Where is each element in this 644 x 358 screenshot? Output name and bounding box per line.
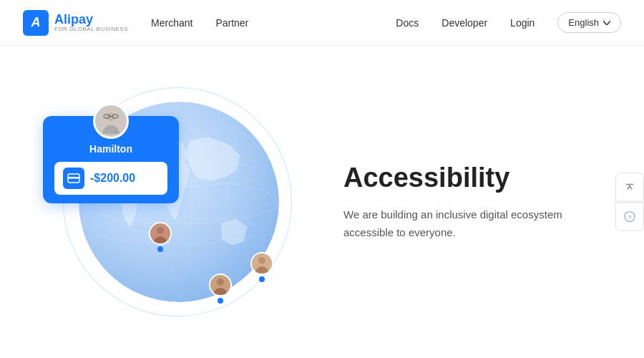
text-section: Accessibility We are building an inclusi…: [301, 163, 601, 242]
scroll-top-icon: [625, 183, 635, 193]
language-selector[interactable]: English: [557, 12, 621, 33]
logo-icon: A: [23, 10, 49, 36]
pin-avatar-1: [149, 222, 172, 245]
pin-user-3: [252, 253, 272, 274]
language-label: English: [568, 17, 599, 28]
side-buttons: ?: [615, 173, 644, 231]
logo-name: Alipay: [54, 13, 128, 27]
nav-right: Docs Developer Login English: [396, 12, 621, 33]
nav-merchant[interactable]: Merchant: [151, 17, 192, 29]
chevron-down-icon: [603, 21, 610, 25]
section-title: Accessibility: [343, 163, 601, 193]
pin-dot-2: [218, 298, 223, 304]
pin-dot-3: [259, 276, 265, 282]
help-icon: ?: [624, 211, 635, 223]
map-pin-3: [250, 252, 273, 282]
avatar-image: [97, 107, 125, 135]
logo-subtitle: FOR GLOBAL BUSINESS: [54, 26, 128, 32]
user-amount: -$200.00: [90, 172, 135, 185]
navbar: A Alipay FOR GLOBAL BUSINESS Merchant Pa…: [0, 0, 644, 46]
payment-icon: [63, 168, 84, 189]
pin-user-1: [150, 223, 170, 243]
svg-rect-10: [68, 177, 79, 179]
user-card: Hamilton -$200.00: [43, 116, 179, 203]
nav-left: A Alipay FOR GLOBAL BUSINESS Merchant Pa…: [23, 10, 248, 36]
svg-text:?: ?: [628, 214, 632, 221]
svg-point-13: [157, 227, 164, 234]
user-avatar: [93, 103, 129, 139]
user-amount-row: -$200.00: [54, 162, 167, 195]
logo-text-block: Alipay FOR GLOBAL BUSINESS: [54, 13, 128, 33]
svg-point-17: [258, 257, 265, 264]
section-description: We are building an inclusive digital eco…: [343, 206, 587, 242]
svg-point-15: [217, 279, 224, 286]
nav-partner[interactable]: Partner: [215, 17, 248, 29]
user-name: Hamilton: [89, 143, 132, 155]
nav-docs[interactable]: Docs: [396, 17, 419, 29]
nav-login[interactable]: Login: [510, 17, 535, 29]
pin-user-2: [210, 275, 230, 295]
pin-avatar-2: [209, 274, 232, 296]
globe-section: Hamilton -$200.00: [43, 95, 301, 309]
logo[interactable]: A Alipay FOR GLOBAL BUSINESS: [23, 10, 128, 36]
pin-dot-1: [157, 246, 163, 252]
main-content: Hamilton -$200.00: [0, 46, 644, 358]
nav-developer[interactable]: Developer: [441, 17, 487, 29]
map-pin-2: [209, 274, 232, 304]
scroll-top-button[interactable]: [615, 173, 644, 202]
card-icon: [67, 172, 80, 185]
logo-symbol: A: [31, 15, 41, 30]
pin-avatar-3: [250, 252, 273, 275]
help-button[interactable]: ?: [615, 203, 644, 231]
map-pin-1: [149, 222, 172, 252]
svg-rect-11: [69, 180, 72, 181]
